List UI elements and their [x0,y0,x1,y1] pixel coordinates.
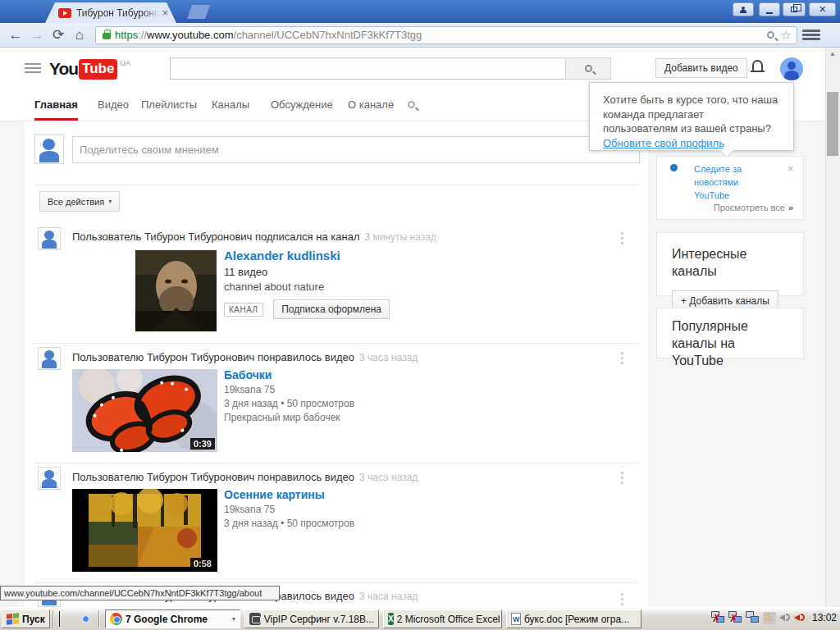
scrollbar-up-arrow[interactable]: ▲ [825,48,840,61]
tab-channels[interactable]: Каналы [212,98,249,111]
new-tab-button[interactable] [187,5,210,19]
video-thumbnail[interactable]: 0:58 [72,489,217,572]
all-actions-dropdown[interactable]: Все действия ▾ [39,191,120,212]
minimize-button[interactable] [759,2,780,16]
titlebar-profile-button[interactable] [733,2,754,16]
task-vipip[interactable]: VipIP Серфинг v.7.18B... [244,609,379,628]
account-avatar[interactable] [780,57,803,80]
speaker-muted-icon[interactable] [779,612,791,623]
tab-close-icon[interactable]: × [162,7,168,18]
excel-icon: X [388,613,394,625]
task-excel[interactable]: X 2 Microsoft Office Excel ▾ [383,609,502,628]
task-vipip-label: VipIP Серфинг v.7.18B... [264,614,374,625]
guide-hamburger-icon[interactable] [25,63,41,73]
video-duration-badge: 0:39 [190,438,215,450]
network-disconnected-icon[interactable]: ✗ [728,611,742,624]
url-scheme: https [115,29,138,41]
update-profile-link[interactable]: Обновите свой профиль [603,137,724,149]
forward-button[interactable]: → [26,27,48,43]
tab-discussion[interactable]: Обсуждение [271,98,333,111]
start-button[interactable]: Пуск [2,609,50,628]
kebab-menu-icon[interactable] [621,352,624,367]
divider [34,582,638,583]
chrome-quicklaunch-icon[interactable] [79,612,94,625]
video-channel[interactable]: 19ksana 75 [224,384,354,395]
close-icon: ✕ [819,5,826,14]
scrollbar-thumb[interactable] [827,92,838,156]
action-time: 3 часа назад [359,591,418,602]
url-path: /channel/UCCebN7hxNntDF3kKf7T3tgg [234,29,422,41]
chevron-down-icon: ▾ [108,198,112,205]
kebab-menu-icon[interactable] [621,232,624,247]
video-thumbnail[interactable]: 0:39 [72,369,217,452]
close-button[interactable]: ✕ [809,2,836,16]
restore-button[interactable] [783,2,806,16]
network-disconnected-icon[interactable]: ✗ [711,611,725,624]
interesting-channels-card: Интересные каналы + Добавить каналы [656,232,804,296]
notifications-bell-icon[interactable] [751,60,765,75]
close-icon[interactable]: × [788,163,793,175]
vipip-icon [249,613,261,625]
tab-videos[interactable]: Видео [98,98,129,111]
warning-tray-icon[interactable] [763,612,776,624]
network-connected-icon[interactable] [746,611,760,624]
youtube-logo[interactable]: You Tube UA [49,59,130,80]
channel-name-link[interactable]: Alexander kudlinski [224,249,390,262]
upload-video-button[interactable]: Добавить видео [655,58,747,78]
action-time: 3 часа назад [359,352,418,363]
speaker-volume-icon[interactable] [794,612,806,623]
feed-avatar [38,347,61,370]
compose-textarea[interactable] [72,136,640,163]
popular-channels-card: Популярные каналы на YouTube [656,308,804,358]
video-channel[interactable]: 19ksana 75 [224,504,354,515]
channel-thumbnail[interactable] [135,250,217,331]
video-card: Осенние картины 19ksana 75 3 дня назад •… [224,488,354,529]
chrome-menu-button[interactable] [802,30,820,40]
feed-action-text: Пользователю Тибурон Тибуронович понрави… [72,351,418,363]
country-update-tooltip: Хотите быть в курсе того, что наша коман… [589,82,794,151]
person-icon [740,7,746,13]
subscribed-button[interactable]: Подписка оформлена [273,299,390,319]
logo-tube: Tube [79,59,117,80]
kebab-menu-icon[interactable] [621,472,624,486]
back-button[interactable]: ← [5,27,26,43]
show-desktop-icon[interactable] [59,612,74,625]
task-word[interactable]: букс.doc [Режим огра... [506,609,641,628]
tab-playlists[interactable]: Плейлисты [141,98,197,111]
youtube-search-button[interactable] [565,57,611,80]
bookmark-star-icon[interactable]: ☆ [781,28,792,43]
tab-home[interactable]: Главная [34,98,78,111]
channel-search-icon[interactable] [408,101,415,108]
action-label: Пользователь Тибурон Тибуронович подписа… [72,231,360,243]
view-all-link[interactable]: Просмотреть все» [714,203,793,212]
logo-country-code: UA [120,59,130,67]
view-all-label: Просмотреть все [714,203,785,212]
youtube-favicon-icon [58,8,71,18]
video-duration-badge: 0:58 [190,558,215,569]
tab-about[interactable]: О канале [348,98,394,111]
reload-button[interactable]: ⟳ [48,26,69,43]
search-icon [585,65,592,72]
address-bar[interactable]: https://www.youtube.com/channel/UCCebN7h… [95,26,797,44]
kebab-menu-icon[interactable] [621,593,624,608]
follow-news-link[interactable]: Следите за новостями YouTube [694,163,763,203]
action-time: 3 минуты назад [365,231,436,243]
browser-tab[interactable]: Тибурон Тибуронович - Y × [45,2,176,23]
divider [34,185,638,185]
channel-card: Alexander kudlinski 11 видео channel abo… [224,249,390,319]
task-chrome[interactable]: 7 Google Chrome ▾ [105,609,240,628]
home-button[interactable]: ⌂ [69,27,90,43]
feed-avatar [38,467,61,490]
action-label: Пользователю Тибурон Тибуронович понрави… [72,471,354,483]
page-zoom-icon[interactable] [767,31,774,39]
url-separator: :// [138,29,147,41]
tooltip-text: Хотите быть в курсе того, что наша коман… [603,94,778,135]
taskbar-separator [52,610,54,628]
video-title-link[interactable]: Осенние картины [224,488,354,501]
browser-toolbar: ← → ⟳ ⌂ https://www.youtube.com/channel/… [0,23,840,48]
ssl-lock-icon[interactable] [103,33,111,39]
feed-action-text: Пользователь Тибурон Тибуронович подписа… [72,231,436,243]
video-title-link[interactable]: Бабочки [224,368,354,381]
youtube-search-input[interactable] [170,57,566,80]
news-card: Следите за новостями YouTube × Просмотре… [656,156,804,220]
